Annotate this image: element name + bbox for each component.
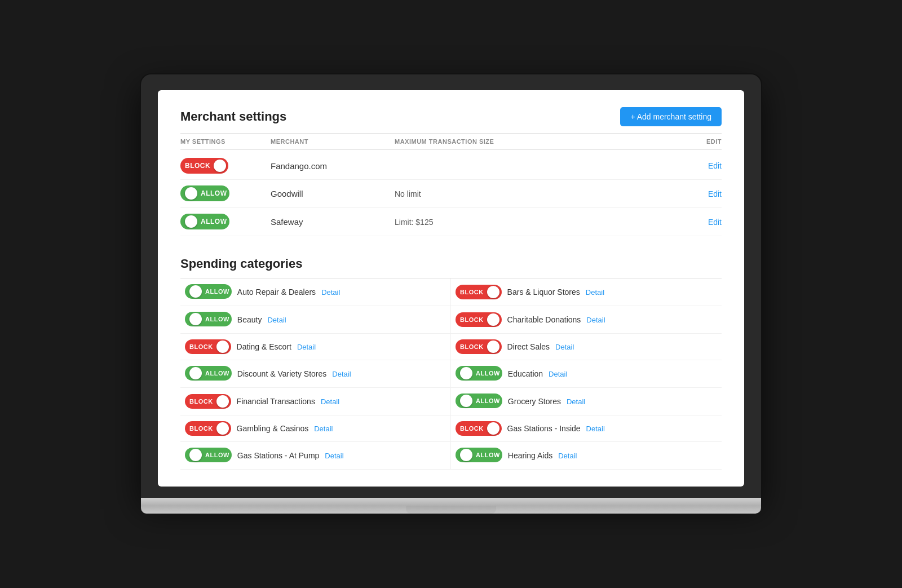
spending-row-gas-stations---at-pump: ALLOWGas Stations - At PumpDetail bbox=[180, 442, 451, 470]
merchant-name-goodwill: Goodwill bbox=[271, 189, 395, 198]
toggle-gambling--casinos[interactable]: BLOCK bbox=[185, 421, 231, 436]
detail-link[interactable]: Detail bbox=[549, 370, 567, 378]
toggle-hearing-aids[interactable]: ALLOW bbox=[456, 448, 502, 463]
toggle-education[interactable]: ALLOW bbox=[456, 366, 502, 382]
spending-row-auto-repair--dealers: ALLOWAuto Repair & DealersDetail bbox=[180, 278, 451, 306]
spending-row-gambling--casinos: BLOCKGambling & CasinosDetail bbox=[180, 415, 451, 442]
merchant-table-header: MY SETTINGS MERCHANT MAXIMUM TRANSACTION… bbox=[180, 133, 722, 150]
merchant-row-goodwill: ALLOW Goodwill No limit Edit bbox=[180, 180, 722, 208]
edit-link-safeway[interactable]: Edit bbox=[676, 218, 722, 227]
allow-label: ALLOW bbox=[201, 218, 227, 226]
allow-label: ALLOW bbox=[205, 316, 229, 322]
merchant-name-safeway: Safeway bbox=[271, 217, 395, 227]
toggle-knob bbox=[216, 422, 229, 435]
spending-row-grocery-stores: ALLOWGrocery StoresDetail bbox=[451, 388, 722, 415]
limit-goodwill: No limit bbox=[395, 189, 676, 198]
toggle-bars--liquor-stores[interactable]: BLOCK bbox=[456, 285, 502, 299]
toggle-knob bbox=[185, 215, 197, 228]
detail-link[interactable]: Detail bbox=[555, 343, 574, 351]
category-name: Education bbox=[508, 369, 543, 378]
detail-link[interactable]: Detail bbox=[558, 452, 577, 460]
col-header-settings: MY SETTINGS bbox=[180, 138, 271, 145]
category-name: Financial Transactions bbox=[237, 397, 315, 406]
category-name: Bars & Liquor Stores bbox=[507, 288, 580, 297]
toggle-dating--escort[interactable]: BLOCK bbox=[185, 339, 231, 354]
spending-categories-section: Spending categories ALLOWAuto Repair & D… bbox=[180, 257, 722, 470]
category-name: Dating & Escort bbox=[237, 342, 291, 351]
allow-label: ALLOW bbox=[205, 452, 229, 458]
edit-link-goodwill[interactable]: Edit bbox=[676, 189, 722, 198]
detail-link[interactable]: Detail bbox=[314, 425, 333, 433]
category-name: Beauty bbox=[237, 315, 262, 324]
toggle-auto-repair--dealers[interactable]: ALLOW bbox=[185, 284, 232, 300]
block-label: BLOCK bbox=[189, 425, 213, 432]
block-label: BLOCK bbox=[460, 316, 484, 323]
detail-link[interactable]: Detail bbox=[567, 397, 585, 406]
merchant-name-fandango: Fandango.com bbox=[271, 161, 395, 171]
toggle-gas-stations---inside[interactable]: BLOCK bbox=[456, 421, 502, 436]
detail-link[interactable]: Detail bbox=[586, 316, 605, 324]
toggle-gas-stations---at-pump[interactable]: ALLOW bbox=[185, 448, 232, 463]
category-name: Hearing Aids bbox=[508, 451, 552, 460]
edit-link-fandango[interactable]: Edit bbox=[676, 161, 722, 170]
toggle-knob bbox=[487, 422, 499, 435]
merchant-settings-title: Merchant settings bbox=[180, 109, 286, 124]
toggle-knob bbox=[216, 395, 229, 408]
category-name: Discount & Variety Stores bbox=[237, 369, 326, 378]
detail-link[interactable]: Detail bbox=[586, 425, 605, 433]
toggle-knob bbox=[189, 449, 202, 461]
block-label: BLOCK bbox=[460, 289, 484, 295]
detail-link[interactable]: Detail bbox=[586, 288, 604, 297]
detail-link[interactable]: Detail bbox=[297, 343, 316, 351]
spending-row-charitable-donations: BLOCKCharitable DonationsDetail bbox=[451, 306, 722, 334]
add-merchant-setting-button[interactable]: + Add merchant setting bbox=[620, 107, 722, 126]
block-label: BLOCK bbox=[189, 398, 213, 405]
merchant-row-fandango: BLOCK Fandango.com Edit bbox=[180, 152, 722, 180]
merchant-row-safeway: ALLOW Safeway Limit: $125 Edit bbox=[180, 208, 722, 236]
toggle-knob bbox=[460, 395, 472, 407]
spending-row-hearing-aids: ALLOWHearing AidsDetail bbox=[451, 442, 722, 470]
detail-link[interactable]: Detail bbox=[267, 316, 286, 324]
detail-link[interactable]: Detail bbox=[325, 452, 343, 460]
category-name: Gambling & Casinos bbox=[237, 424, 309, 433]
category-name: Gas Stations - At Pump bbox=[237, 451, 320, 460]
toggle-knob bbox=[487, 286, 499, 298]
spending-row-education: ALLOWEducationDetail bbox=[451, 360, 722, 388]
detail-link[interactable]: Detail bbox=[332, 370, 351, 378]
category-name: Direct Sales bbox=[507, 342, 550, 351]
spending-row-beauty: ALLOWBeautyDetail bbox=[180, 306, 451, 334]
detail-link[interactable]: Detail bbox=[321, 397, 339, 406]
screen-content: Merchant settings + Add merchant setting… bbox=[158, 90, 744, 487]
spending-grid: ALLOWAuto Repair & DealersDetailBLOCKBar… bbox=[180, 278, 722, 470]
col-header-merchant: MERCHANT bbox=[271, 138, 395, 145]
category-name: Auto Repair & Dealers bbox=[237, 288, 316, 297]
allow-label: ALLOW bbox=[201, 189, 227, 197]
block-label: BLOCK bbox=[460, 343, 484, 350]
toggle-knob bbox=[216, 341, 229, 353]
allow-label: ALLOW bbox=[205, 288, 229, 295]
block-label: BLOCK bbox=[189, 343, 213, 350]
toggle-safeway[interactable]: ALLOW bbox=[180, 214, 271, 230]
laptop-container: Merchant settings + Add merchant setting… bbox=[141, 74, 761, 514]
toggle-goodwill[interactable]: ALLOW bbox=[180, 185, 271, 202]
toggle-discount--variety-stores[interactable]: ALLOW bbox=[185, 366, 232, 382]
toggle-direct-sales[interactable]: BLOCK bbox=[456, 339, 502, 354]
allow-label: ALLOW bbox=[476, 397, 500, 404]
toggle-knob bbox=[189, 285, 202, 298]
toggle-beauty[interactable]: ALLOW bbox=[185, 312, 232, 328]
spending-categories-title: Spending categories bbox=[180, 257, 722, 271]
toggle-knob bbox=[189, 313, 202, 325]
detail-link[interactable]: Detail bbox=[321, 288, 340, 297]
toggle-knob bbox=[214, 160, 226, 172]
spending-row-bars--liquor-stores: BLOCKBars & Liquor StoresDetail bbox=[451, 278, 722, 306]
spending-row-dating--escort: BLOCKDating & EscortDetail bbox=[180, 334, 451, 360]
toggle-charitable-donations[interactable]: BLOCK bbox=[456, 312, 502, 327]
merchant-settings-header: Merchant settings + Add merchant setting bbox=[180, 107, 722, 126]
block-label: BLOCK bbox=[185, 162, 210, 170]
allow-label: ALLOW bbox=[476, 370, 500, 377]
toggle-fandango[interactable]: BLOCK bbox=[180, 158, 271, 174]
spending-row-financial-transactions: BLOCKFinancial TransactionsDetail bbox=[180, 388, 451, 415]
toggle-grocery-stores[interactable]: ALLOW bbox=[456, 394, 502, 409]
block-label: BLOCK bbox=[460, 425, 484, 432]
toggle-financial-transactions[interactable]: BLOCK bbox=[185, 394, 231, 409]
